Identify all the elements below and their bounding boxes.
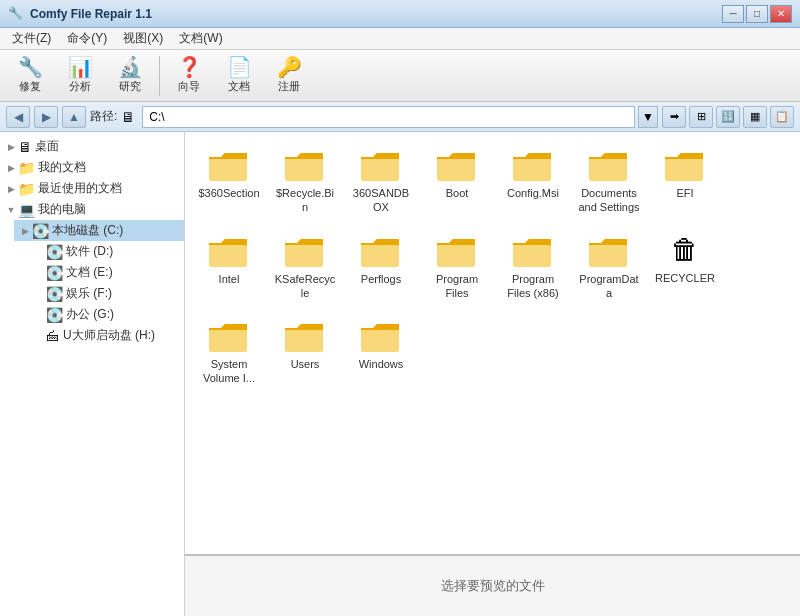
menu-docs[interactable]: 文档(W) xyxy=(171,28,230,49)
preview-text: 选择要预览的文件 xyxy=(441,577,545,595)
sidebar-item-recentdocs[interactable]: ▶ 📁 最近使用的文档 xyxy=(0,178,184,199)
svg-rect-0 xyxy=(209,159,247,181)
file-label: Program Files (x86) xyxy=(502,272,564,301)
svg-rect-2 xyxy=(361,159,399,181)
file-label: Program Files xyxy=(426,272,488,301)
file-label: Windows xyxy=(359,357,404,371)
nav-arrow-btn[interactable]: ➡ xyxy=(662,106,686,128)
expand-icon: ▶ xyxy=(4,140,18,154)
file-item-programfiles[interactable]: Program Files xyxy=(421,226,493,308)
sidebar-item-udiskh[interactable]: 🖮 U大师启动盘 (H:) xyxy=(28,325,184,346)
sidebar-label-mydocs: 我的文档 xyxy=(38,159,86,176)
file-item-intel[interactable]: Intel xyxy=(193,226,265,308)
svg-rect-10 xyxy=(437,245,475,267)
sidebar-item-mydocs[interactable]: ▶ 📁 我的文档 xyxy=(0,157,184,178)
repair-label: 修复 xyxy=(19,79,41,94)
tool-register-button[interactable]: 🔑 注册 xyxy=(265,54,313,98)
drive-icon: 🖥 xyxy=(121,109,135,125)
register-icon: 🔑 xyxy=(277,57,302,77)
title-bar-text: Comfy File Repair 1.1 xyxy=(30,7,722,21)
computer-children: ▶ 💽 本地磁盘 (C:) 💽 软件 (D:) 💽 文档 (E:) 💽 xyxy=(0,220,184,346)
localc-icon: 💽 xyxy=(32,223,49,239)
sidebar-item-mycomputer[interactable]: ▼ 💻 我的电脑 xyxy=(0,199,184,220)
sidebar-item-workg[interactable]: 💽 办公 (G:) xyxy=(28,304,184,325)
minimize-button[interactable]: ─ xyxy=(722,5,744,23)
sort-btn[interactable]: 🔢 xyxy=(716,106,740,128)
file-item-systemvolume[interactable]: System Volume I... xyxy=(193,311,265,393)
expand-icon xyxy=(32,266,46,280)
doce-icon: 💽 xyxy=(46,265,63,281)
recentdocs-icon: 📁 xyxy=(18,181,35,197)
analyze-icon: 📊 xyxy=(68,57,93,77)
file-item-docsettings[interactable]: Documents and Settings xyxy=(573,140,645,222)
sidebar-label-doce: 文档 (E:) xyxy=(66,264,113,281)
file-label: Users xyxy=(291,357,320,371)
tool-repair-button[interactable]: 🔧 修复 xyxy=(6,54,54,98)
tool-docs-button[interactable]: 📄 文档 xyxy=(215,54,263,98)
file-view: $360Section $Recycle.Bin xyxy=(185,132,800,616)
file-item-boot[interactable]: Boot xyxy=(421,140,493,222)
analyze-label: 分析 xyxy=(69,79,91,94)
tool-research-button[interactable]: 🔬 研究 xyxy=(106,54,154,98)
address-input[interactable] xyxy=(142,106,635,128)
expand-icon xyxy=(32,308,46,322)
detail-btn[interactable]: ▦ xyxy=(743,106,767,128)
view-toggle-btn[interactable]: ⊞ xyxy=(689,106,713,128)
file-item-efi[interactable]: EFI xyxy=(649,140,721,222)
nav-forward-button[interactable]: ▶ xyxy=(34,106,58,128)
file-item-recycle[interactable]: $Recycle.Bin xyxy=(269,140,341,222)
menu-view[interactable]: 视图(X) xyxy=(115,28,171,49)
file-item-recycler[interactable]: 🗑 RECYCLER xyxy=(649,226,721,308)
musicf-icon: 💽 xyxy=(46,286,63,302)
file-item-programdata[interactable]: ProgramData xyxy=(573,226,645,308)
sidebar-label-workg: 办公 (G:) xyxy=(66,306,114,323)
file-label: ProgramData xyxy=(578,272,640,301)
udiskh-icon: 🖮 xyxy=(46,328,60,344)
sidebar-item-doce[interactable]: 💽 文档 (E:) xyxy=(28,262,184,283)
file-item-configmsi[interactable]: Config.Msi xyxy=(497,140,569,222)
file-item-users[interactable]: Users xyxy=(269,311,341,393)
file-label: Boot xyxy=(446,186,469,200)
file-item-perflogs[interactable]: Perflogs xyxy=(345,226,417,308)
file-item-windows[interactable]: Windows xyxy=(345,311,417,393)
sidebar-item-softd[interactable]: 💽 软件 (D:) xyxy=(28,241,184,262)
docs-icon: 📄 xyxy=(227,57,252,77)
folder-icon xyxy=(435,233,479,269)
folder-icon xyxy=(587,147,631,183)
svg-rect-8 xyxy=(285,245,323,267)
file-item-360sandbox[interactable]: 360SANDBOX xyxy=(345,140,417,222)
toolbar: 🔧 修复 📊 分析 🔬 研究 ❓ 向导 📄 文档 🔑 注册 xyxy=(0,50,800,102)
address-dropdown-button[interactable]: ▼ xyxy=(638,106,658,128)
app-icon: 🔧 xyxy=(8,6,24,22)
file-item-ksaferecycle[interactable]: KSafeRecycle xyxy=(269,226,341,308)
file-label: EFI xyxy=(676,186,693,200)
tool-analyze-button[interactable]: 📊 分析 xyxy=(56,54,104,98)
expand-icon: ▶ xyxy=(4,182,18,196)
title-bar-buttons: ─ □ ✕ xyxy=(722,5,792,23)
close-button[interactable]: ✕ xyxy=(770,5,792,23)
file-item-360section[interactable]: $360Section xyxy=(193,140,265,222)
recycler-icon: 🗑 xyxy=(671,233,699,266)
nav-up-button[interactable]: ▲ xyxy=(62,106,86,128)
sidebar-item-localc[interactable]: ▶ 💽 本地磁盘 (C:) xyxy=(14,220,184,241)
folder-icon xyxy=(283,318,327,354)
file-label: Config.Msi xyxy=(507,186,559,200)
svg-rect-14 xyxy=(285,330,323,352)
nav-back-button[interactable]: ◀ xyxy=(6,106,30,128)
sidebar-item-desktop[interactable]: ▶ 🖥 桌面 xyxy=(0,136,184,157)
sidebar-label-softd: 软件 (D:) xyxy=(66,243,113,260)
svg-rect-7 xyxy=(209,245,247,267)
file-label: KSafeRecycle xyxy=(274,272,336,301)
menu-command[interactable]: 命令(Y) xyxy=(59,28,115,49)
tool-wizard-button[interactable]: ❓ 向导 xyxy=(165,54,213,98)
svg-rect-11 xyxy=(513,245,551,267)
sidebar-label-mycomputer: 我的电脑 xyxy=(38,201,86,218)
repair-icon: 🔧 xyxy=(18,57,43,77)
extra-btn[interactable]: 📋 xyxy=(770,106,794,128)
file-item-programfilesx86[interactable]: Program Files (x86) xyxy=(497,226,569,308)
address-right-buttons: ➡ ⊞ 🔢 ▦ 📋 xyxy=(662,106,794,128)
menu-file[interactable]: 文件(Z) xyxy=(4,28,59,49)
sidebar-item-musicf[interactable]: 💽 娱乐 (F:) xyxy=(28,283,184,304)
maximize-button[interactable]: □ xyxy=(746,5,768,23)
softd-icon: 💽 xyxy=(46,244,63,260)
